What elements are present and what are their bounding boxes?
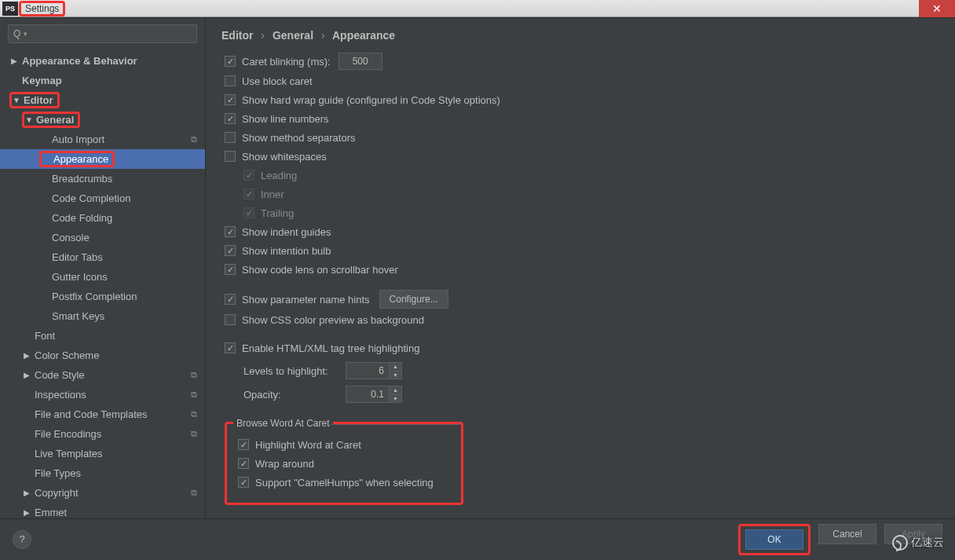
checkbox-highlight-word[interactable] xyxy=(238,439,249,450)
tree-item-postfix-completion[interactable]: Postfix Completion xyxy=(0,287,205,306)
chevron-down-icon: ▾ xyxy=(24,30,27,38)
tree-item-file-and-code-templates[interactable]: File and Code Templates⧉ xyxy=(0,404,205,424)
tree-item-emmet[interactable]: ▶Emmet xyxy=(0,503,205,518)
tree-item-label: Appearance xyxy=(53,153,108,165)
checkbox-whitespaces[interactable] xyxy=(225,151,236,162)
chevron-down-icon: ▼ xyxy=(13,96,24,104)
tree-item-label: File Types xyxy=(35,467,205,479)
checkbox-indent-guides[interactable] xyxy=(225,226,236,237)
search-row: Q ▾ xyxy=(0,18,205,48)
search-input[interactable]: Q ▾ xyxy=(8,24,197,43)
tree-item-label: Copyright xyxy=(35,487,205,499)
checkbox-css-preview[interactable] xyxy=(225,314,236,325)
tree-item-inspections[interactable]: Inspections⧉ xyxy=(0,385,205,404)
watermark-logo-icon xyxy=(892,535,908,551)
tree-item-smart-keys[interactable]: Smart Keys xyxy=(0,306,205,326)
checkbox-caret-blinking[interactable] xyxy=(225,56,236,67)
chevron-right-icon: › xyxy=(317,29,330,42)
input-opacity[interactable] xyxy=(346,386,390,403)
tree-item-label: Postfix Completion xyxy=(52,291,205,302)
checkbox-wrap-around[interactable] xyxy=(238,458,249,469)
bottom-bar: ? OK Cancel Apply xyxy=(0,518,955,559)
tree-item-keymap[interactable]: Keymap xyxy=(0,71,205,90)
label-param-hints: Show parameter name hints xyxy=(242,294,370,306)
chevron-up-icon[interactable]: ▲ xyxy=(390,386,401,395)
watermark-text: 亿速云 xyxy=(911,536,944,550)
tree-item-gutter-icons[interactable]: Gutter Icons xyxy=(0,267,205,287)
spinner-levels[interactable]: ▲▼ xyxy=(390,362,402,379)
breadcrumb: Editor › General › Appearance xyxy=(221,29,939,42)
group-browse-word: Browse Word At Caret Highlight Word at C… xyxy=(225,422,463,505)
chevron-right-icon: ▶ xyxy=(11,57,22,65)
checkbox-param-hints[interactable] xyxy=(225,294,236,305)
label-line-numbers: Show line numbers xyxy=(242,113,329,125)
chevron-right-icon: ▶ xyxy=(24,371,35,379)
spinner-opacity[interactable]: ▲▼ xyxy=(390,386,402,403)
tree-item-label: Code Folding xyxy=(52,212,205,224)
copy-settings-icon: ⧉ xyxy=(191,390,197,400)
label-leading: Leading xyxy=(261,170,297,181)
cancel-button[interactable]: Cancel xyxy=(818,524,876,544)
tree-item-editor-tabs[interactable]: Editor Tabs xyxy=(0,247,205,267)
tree-item-code-folding[interactable]: Code Folding xyxy=(0,208,205,228)
breadcrumb-general[interactable]: General xyxy=(273,29,313,42)
tree-item-console[interactable]: Console xyxy=(0,228,205,247)
checkbox-line-numbers[interactable] xyxy=(225,113,236,124)
tree-item-code-style[interactable]: ▶Code Style⧉ xyxy=(0,365,205,385)
input-caret-ms[interactable] xyxy=(338,53,382,70)
ok-button[interactable]: OK xyxy=(745,529,803,550)
help-button[interactable]: ? xyxy=(13,530,31,549)
tree-item-general[interactable]: ▼General xyxy=(0,110,205,130)
label-caret-blinking: Caret blinking (ms): xyxy=(242,56,331,68)
checkbox-code-lens[interactable] xyxy=(225,264,236,275)
checkbox-camelhumps[interactable] xyxy=(238,477,249,488)
tree-item-label: General xyxy=(36,114,74,126)
tree-item-editor[interactable]: ▼Editor xyxy=(0,90,205,110)
checkbox-tag-tree[interactable] xyxy=(225,342,236,353)
tree-item-font[interactable]: Font xyxy=(0,326,205,346)
chevron-down-icon[interactable]: ▼ xyxy=(390,372,401,379)
tree-item-label: Code Completion xyxy=(52,192,205,204)
configure-button[interactable]: Configure... xyxy=(379,290,448,309)
main-area: Q ▾ ▶Appearance & BehaviorKeymap▼Editor▼… xyxy=(0,17,955,518)
checkbox-block-caret[interactable] xyxy=(225,75,236,86)
checkbox-trailing xyxy=(243,207,254,218)
tree-item-label: Gutter Icons xyxy=(52,271,205,283)
checkbox-hard-wrap[interactable] xyxy=(225,94,236,105)
app-icon: PS xyxy=(2,2,18,16)
breadcrumb-editor[interactable]: Editor xyxy=(221,29,253,42)
label-method-separators: Show method separators xyxy=(242,132,356,144)
chevron-down-icon[interactable]: ▼ xyxy=(390,395,401,403)
checkbox-inner xyxy=(243,188,254,199)
label-levels: Levels to highlight: xyxy=(243,365,346,377)
checkbox-method-separators[interactable] xyxy=(225,132,236,143)
copy-settings-icon: ⧉ xyxy=(191,429,197,439)
tree-item-label: Color Scheme xyxy=(35,350,205,361)
tree-item-label: Inspections xyxy=(35,389,205,401)
checkbox-leading xyxy=(243,170,254,181)
tree-item-file-encodings[interactable]: File Encodings⧉ xyxy=(0,424,205,444)
tree-item-breadcrumbs[interactable]: Breadcrumbs xyxy=(0,169,205,188)
checkbox-intention-bulb[interactable] xyxy=(225,245,236,256)
tree-item-code-completion[interactable]: Code Completion xyxy=(0,188,205,208)
tree-item-auto-import[interactable]: Auto Import⧉ xyxy=(0,130,205,149)
copy-settings-icon: ⧉ xyxy=(191,488,197,498)
chevron-up-icon[interactable]: ▲ xyxy=(390,363,401,372)
settings-tree[interactable]: ▶Appearance & BehaviorKeymap▼Editor▼Gene… xyxy=(0,48,205,518)
tree-item-color-scheme[interactable]: ▶Color Scheme xyxy=(0,346,205,365)
tree-item-file-types[interactable]: File Types xyxy=(0,463,205,483)
tree-item-appearance-behavior[interactable]: ▶Appearance & Behavior xyxy=(0,51,205,71)
input-levels[interactable] xyxy=(346,362,390,379)
chevron-down-icon: ▼ xyxy=(25,115,36,124)
tree-item-label: Emmet xyxy=(35,507,205,518)
copy-settings-icon: ⧉ xyxy=(191,134,197,145)
tree-item-copyright[interactable]: ▶Copyright⧉ xyxy=(0,483,205,503)
close-button[interactable]: ✕ xyxy=(919,0,955,17)
tree-item-live-templates[interactable]: Live Templates xyxy=(0,444,205,463)
copy-settings-icon: ⧉ xyxy=(191,370,197,380)
tree-item-label: Live Templates xyxy=(35,448,205,459)
tree-item-appearance[interactable]: Appearance xyxy=(0,149,205,169)
label-camelhumps: Support "CamelHumps" when selecting xyxy=(255,477,434,489)
label-tag-tree: Enable HTML/XML tag tree highlighting xyxy=(242,342,419,354)
sidebar: Q ▾ ▶Appearance & BehaviorKeymap▼Editor▼… xyxy=(0,18,206,518)
